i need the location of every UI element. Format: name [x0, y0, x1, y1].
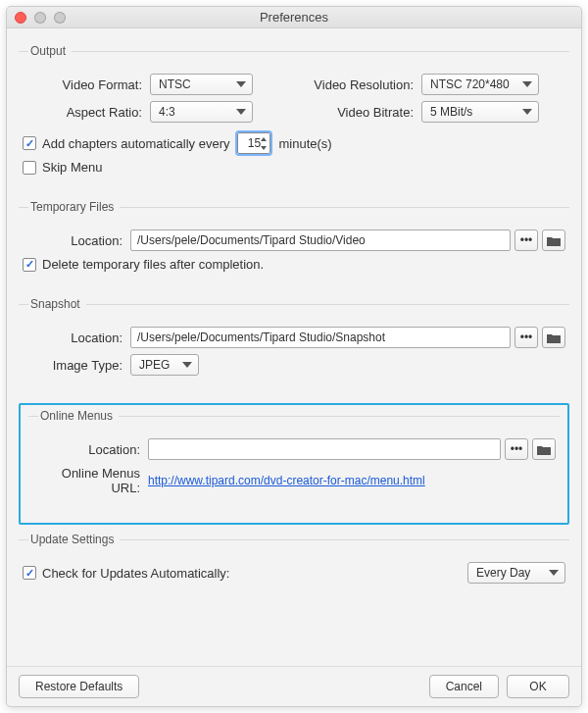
image-type-select[interactable]: JPEG	[130, 354, 199, 376]
temp-browse-button[interactable]: •••	[514, 229, 538, 251]
online-url-label: Online Menus URL:	[32, 466, 148, 495]
video-format-select[interactable]: NTSC	[150, 74, 253, 95]
online-menus-url-link[interactable]: http://www.tipard.com/dvd-creator-for-ma…	[148, 474, 425, 487]
online-browse-button[interactable]: •••	[505, 438, 528, 460]
update-settings-group: Update Settings Check for Updates Automa…	[19, 533, 569, 601]
online-menus-highlight: Online Menus Location: ••• Online Menus …	[19, 403, 569, 525]
delete-temp-label: Delete temporary files after completion.	[42, 257, 264, 272]
svg-marker-0	[261, 137, 267, 141]
chevron-down-icon	[549, 570, 559, 576]
stepper-icon[interactable]	[259, 134, 269, 152]
dialog-footer: Restore Defaults Cancel OK	[7, 666, 581, 706]
chevron-down-icon	[522, 109, 532, 115]
output-group: Output Video Format: NTSC Video Resoluti…	[19, 44, 569, 192]
snapshot-location-label: Location:	[23, 331, 130, 345]
ellipsis-icon: •••	[520, 331, 533, 344]
window-title: Preferences	[7, 10, 581, 25]
temp-files-legend: Temporary Files	[28, 200, 120, 214]
video-bitrate-select[interactable]: 5 MBit/s	[421, 101, 539, 123]
zoom-window-button	[54, 12, 66, 24]
online-menus-legend: Online Menus	[38, 409, 119, 423]
check-updates-checkbox[interactable]	[23, 566, 36, 580]
chevron-down-icon	[236, 81, 246, 87]
skip-menu-checkbox[interactable]	[23, 161, 36, 175]
folder-icon	[547, 235, 561, 246]
video-resolution-select[interactable]: NTSC 720*480	[421, 74, 539, 95]
snapshot-location-value: /Users/pele/Documents/Tipard Studio/Snap…	[137, 331, 385, 344]
skip-menu-label: Skip Menu	[42, 160, 102, 175]
check-updates-label: Check for Updates Automatically:	[42, 566, 229, 581]
image-type-label: Image Type:	[23, 358, 130, 373]
aspect-ratio-value: 4:3	[159, 105, 175, 119]
svg-marker-1	[261, 146, 267, 150]
titlebar: Preferences	[7, 7, 581, 28]
chapter-unit-label: minute(s)	[278, 136, 331, 151]
cancel-button[interactable]: Cancel	[429, 675, 499, 698]
aspect-ratio-select[interactable]: 4:3	[150, 101, 253, 123]
update-frequency-value: Every Day	[476, 566, 530, 580]
online-open-folder-button[interactable]	[532, 438, 556, 460]
temp-files-group: Temporary Files Location: /Users/pele/Do…	[19, 200, 569, 289]
output-legend: Output	[28, 44, 72, 58]
video-bitrate-label: Video Bitrate:	[304, 105, 421, 120]
restore-defaults-button[interactable]: Restore Defaults	[19, 675, 139, 698]
video-format-label: Video Format:	[23, 77, 150, 92]
update-frequency-select[interactable]: Every Day	[467, 562, 565, 584]
content: Output Video Format: NTSC Video Resoluti…	[7, 28, 581, 666]
temp-location-value: /Users/pele/Documents/Tipard Studio/Vide…	[137, 233, 366, 247]
chapter-interval-input[interactable]: 15	[237, 132, 270, 154]
online-location-input[interactable]	[148, 438, 501, 460]
preferences-dialog: Preferences Output Video Format: NTSC Vi…	[6, 6, 582, 707]
online-location-label: Location:	[32, 442, 148, 457]
add-chapters-label: Add chapters automatically every	[42, 136, 229, 151]
video-resolution-label: Video Resolution:	[304, 77, 421, 92]
minimize-window-button	[34, 12, 46, 24]
add-chapters-checkbox[interactable]	[23, 136, 36, 150]
chevron-down-icon	[182, 362, 192, 368]
snapshot-browse-button[interactable]: •••	[514, 327, 538, 348]
snapshot-legend: Snapshot	[28, 297, 86, 311]
ellipsis-icon: •••	[511, 442, 523, 456]
temp-location-input[interactable]: /Users/pele/Documents/Tipard Studio/Vide…	[130, 229, 511, 251]
folder-icon	[537, 444, 551, 455]
ok-button[interactable]: OK	[507, 675, 569, 698]
snapshot-location-input[interactable]: /Users/pele/Documents/Tipard Studio/Snap…	[130, 327, 511, 348]
video-bitrate-value: 5 MBit/s	[430, 105, 472, 119]
image-type-value: JPEG	[139, 358, 170, 372]
aspect-ratio-label: Aspect Ratio:	[23, 105, 150, 120]
update-legend: Update Settings	[28, 533, 120, 546]
chevron-down-icon	[236, 109, 246, 115]
folder-icon	[547, 332, 561, 343]
video-resolution-value: NTSC 720*480	[430, 77, 510, 91]
online-menus-group: Online Menus Location: ••• Online Menus …	[28, 409, 560, 513]
ellipsis-icon: •••	[520, 233, 533, 247]
delete-temp-checkbox[interactable]	[23, 258, 36, 272]
chevron-down-icon	[522, 81, 532, 87]
snapshot-group: Snapshot Location: /Users/pele/Documents…	[19, 297, 569, 393]
video-format-value: NTSC	[159, 77, 191, 91]
temp-open-folder-button[interactable]	[542, 229, 565, 251]
close-window-button[interactable]	[15, 12, 26, 24]
temp-location-label: Location:	[23, 233, 130, 248]
snapshot-open-folder-button[interactable]	[542, 327, 565, 348]
